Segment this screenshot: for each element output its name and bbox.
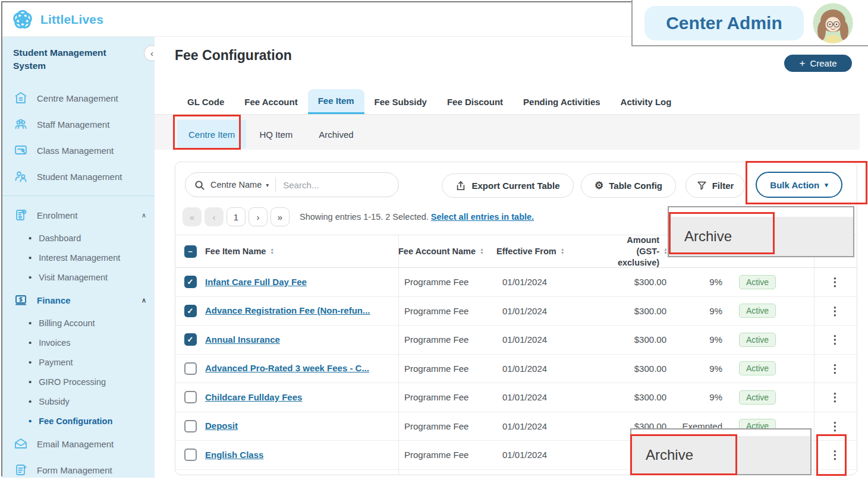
row-checkbox[interactable]: ✓: [184, 391, 197, 403]
bulk-action-button[interactable]: Bulk Action ▾: [756, 172, 842, 198]
sidebar-item-class-management[interactable]: Class Management: [2, 137, 155, 163]
tab-fee-account[interactable]: Fee Account: [234, 89, 307, 114]
sidebar-item-fee-configuration[interactable]: • Fee Configuration: [2, 411, 155, 431]
fee-item-link[interactable]: Advance Registration Fee (Non-refun...: [205, 305, 370, 315]
column-header-fee-item-name[interactable]: Fee Item Name ▲▼: [205, 247, 398, 256]
table-config-button[interactable]: ⚙ Table Config: [581, 173, 676, 198]
fee-item-link[interactable]: Infant Care Full Day Fee: [205, 277, 307, 287]
bullet-icon: •: [29, 357, 32, 367]
check-icon: ✓: [187, 307, 194, 315]
subtab-centre-item[interactable]: Centre Item: [177, 120, 246, 149]
fee-item-link[interactable]: Deposit: [205, 421, 238, 431]
search-input[interactable]: [283, 180, 372, 190]
form-management-icon: [13, 462, 29, 478]
sidebar-item-interest-management[interactable]: • Interest Management: [2, 248, 155, 267]
sidebar-item-student-management[interactable]: Student Management: [2, 163, 155, 190]
search-category-select[interactable]: Centre Name: [210, 180, 262, 190]
sidebar-collapse-button[interactable]: ‹: [144, 45, 155, 61]
sidebar-group-label: Finance: [37, 295, 141, 305]
sidebar-item-invoices[interactable]: • Invoices: [2, 333, 155, 352]
sort-icon[interactable]: ▲▼: [561, 248, 565, 255]
sidebar-item-dashboard[interactable]: • Dashboard: [2, 228, 155, 248]
row-checkbox[interactable]: ✓: [184, 305, 197, 317]
sort-icon[interactable]: ▲▼: [663, 248, 668, 255]
table-row: ✓ Annual Insurance Programme Fee 01/01/2…: [175, 326, 857, 355]
row-actions-kebab-icon[interactable]: ⋮: [814, 390, 857, 404]
fee-item-link[interactable]: Childcare Fullday Fees: [205, 392, 302, 402]
column-header-fee-account-name[interactable]: Fee Account Name ▲▼: [398, 247, 496, 256]
row-actions-kebab-icon[interactable]: ⋮: [814, 304, 857, 318]
row-checkbox[interactable]: ✓: [184, 276, 197, 288]
fee-item-link[interactable]: Advanced Pro-Rated 3 week Fees - C...: [205, 363, 369, 373]
row-actions-kebab-icon[interactable]: ⋮: [814, 448, 857, 462]
sidebar-item-label: Invoices: [39, 338, 70, 348]
row-checkbox[interactable]: ✓: [184, 449, 197, 461]
tab-pending-activities[interactable]: Pending Activities: [513, 89, 610, 114]
column-header-effective-from[interactable]: Effective From ▲▼: [496, 247, 580, 256]
fee-item-link[interactable]: Annual Insurance: [205, 334, 280, 345]
plus-icon: +: [800, 58, 806, 68]
current-page-button[interactable]: 1: [227, 207, 246, 226]
export-icon: [455, 181, 466, 191]
littlelives-logo[interactable]: LittleLives: [11, 7, 103, 32]
tab-activity-log[interactable]: Activity Log: [611, 89, 682, 114]
row-checkbox[interactable]: ✓: [184, 362, 197, 375]
sidebar-item-visit-management[interactable]: • Visit Management: [2, 267, 155, 287]
column-header-amount[interactable]: Amount (GST-exclusive) ▲▼: [580, 235, 675, 269]
table-row: ✓ Advanced Pro-Rated 3 week Fees - C... …: [175, 355, 857, 384]
tab-gl-code[interactable]: GL Code: [177, 89, 234, 114]
tab-fee-item[interactable]: Fee Item: [308, 89, 364, 114]
sort-icon[interactable]: ▲▼: [480, 248, 484, 255]
sidebar-item-staff-management[interactable]: Staff Management: [2, 111, 155, 137]
row-actions-kebab-icon[interactable]: ⋮: [814, 362, 857, 375]
fee-item-link[interactable]: English Class: [205, 450, 263, 460]
row-actions-kebab-icon[interactable]: ⋮: [814, 275, 857, 289]
sidebar-item-billing-account[interactable]: • Billing Account: [2, 313, 155, 333]
sidebar-group-finance[interactable]: Finance ∧: [2, 287, 155, 313]
tab-fee-discount[interactable]: Fee Discount: [437, 89, 513, 114]
sidebar: Student Management System ‹ Centre Manag…: [2, 37, 155, 478]
sort-icon[interactable]: ▲▼: [270, 248, 274, 255]
menu-item-archive[interactable]: Archive: [669, 217, 853, 256]
prev-page-button[interactable]: ‹: [205, 207, 224, 226]
sidebar-item-form-management[interactable]: Form Management: [2, 457, 155, 478]
create-button[interactable]: + Create: [784, 55, 852, 72]
bullet-icon: •: [29, 252, 32, 263]
sidebar-item-centre-management[interactable]: Centre Management: [2, 85, 155, 111]
sidebar-item-giro-processing[interactable]: • GIRO Processing: [2, 372, 155, 391]
status-badge: Active: [739, 333, 776, 347]
bullet-icon: •: [29, 337, 32, 348]
sidebar-nav: Centre Management Staff Management: [2, 85, 155, 478]
chevron-down-icon[interactable]: ▾: [266, 182, 269, 188]
subtab-archived[interactable]: Archived: [306, 120, 366, 149]
menu-item-archive[interactable]: Archive: [631, 436, 810, 474]
sidebar-item-label: Subsidy: [39, 397, 70, 406]
main-content: Fee Configuration + Create GL Code Fee A…: [155, 37, 860, 478]
select-all-checkbox[interactable]: −: [184, 245, 197, 258]
minus-icon: −: [188, 247, 193, 256]
littlelives-flower-icon: [11, 7, 34, 32]
filter-button[interactable]: Filter: [685, 173, 745, 198]
user-avatar[interactable]: [813, 3, 853, 43]
sidebar-item-payment[interactable]: • Payment: [2, 352, 155, 372]
search-icon: [194, 179, 205, 191]
row-checkbox[interactable]: ✓: [184, 333, 197, 346]
sidebar-group-enrolment[interactable]: Enrolment ∧: [2, 202, 155, 228]
enrolment-icon: [13, 207, 29, 223]
select-all-link[interactable]: Select all entries in table.: [431, 212, 534, 222]
status-badge: Active: [739, 361, 776, 375]
tab-fee-subsidy[interactable]: Fee Subsidy: [364, 89, 437, 114]
last-page-button[interactable]: »: [271, 207, 290, 226]
sidebar-item-label: Staff Management: [37, 119, 146, 130]
row-actions-kebab-icon[interactable]: ⋮: [814, 333, 857, 346]
next-page-button[interactable]: ›: [249, 207, 268, 226]
brand-name: LittleLives: [40, 12, 103, 27]
subtab-hq-item[interactable]: HQ Item: [246, 120, 306, 149]
sidebar-item-subsidy[interactable]: • Subsidy: [2, 391, 155, 411]
pagination: « ‹ 1 › » Showing entries 1-15. 2 Select…: [183, 207, 534, 226]
row-checkbox[interactable]: ✓: [184, 420, 197, 432]
first-page-button[interactable]: «: [183, 207, 202, 226]
row-actions-kebab-icon[interactable]: ⋮: [814, 419, 857, 433]
export-table-button[interactable]: Export Current Table: [442, 173, 574, 198]
sidebar-item-email-management[interactable]: Email Management: [2, 431, 155, 457]
